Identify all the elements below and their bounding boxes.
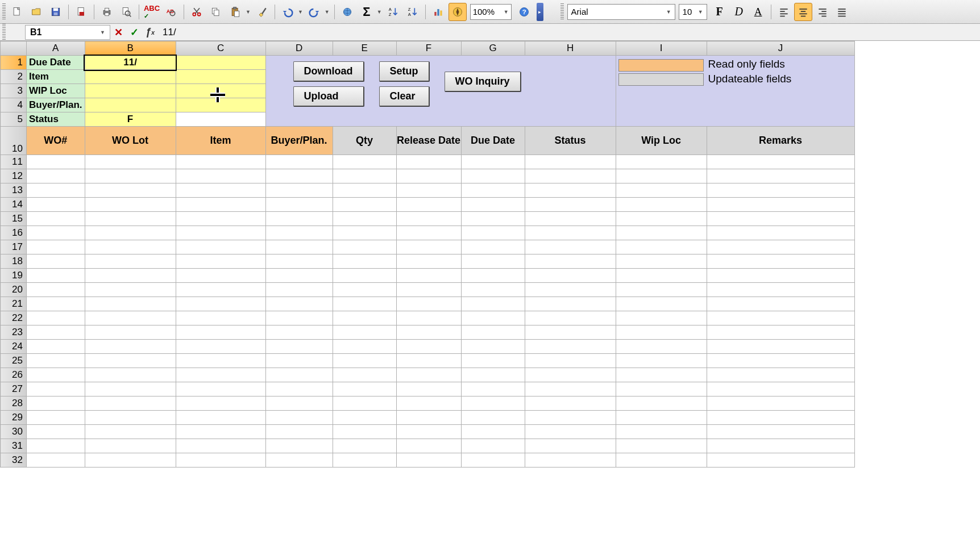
cell-J30[interactable] xyxy=(707,425,854,439)
cell-F16[interactable] xyxy=(396,226,461,240)
cell-J31[interactable] xyxy=(707,439,854,453)
cell-B26[interactable] xyxy=(85,368,176,382)
cell-G19[interactable] xyxy=(461,269,525,283)
cell-H27[interactable] xyxy=(525,382,616,396)
cell-B31[interactable] xyxy=(85,439,176,453)
row-header-21[interactable]: 21 xyxy=(1,297,27,311)
col-header-B[interactable]: B xyxy=(85,41,176,56)
hyperlink-icon[interactable] xyxy=(338,3,356,21)
cell-D17[interactable] xyxy=(265,240,333,254)
cell-B27[interactable] xyxy=(85,382,176,396)
cell-D25[interactable] xyxy=(265,354,333,368)
row-header-27[interactable]: 27 xyxy=(1,382,27,396)
cell-F30[interactable] xyxy=(396,425,461,439)
row-header-5[interactable]: 5 xyxy=(1,112,27,127)
col-header-D[interactable]: D xyxy=(265,41,333,56)
toolbar-handle[interactable] xyxy=(2,3,6,20)
cell-B32[interactable] xyxy=(85,453,176,467)
cell-H26[interactable] xyxy=(525,368,616,382)
cell-E30[interactable] xyxy=(333,425,396,439)
cell-A31[interactable] xyxy=(27,439,85,453)
cell-J12[interactable] xyxy=(707,169,854,183)
font-name-combo[interactable]: Arial ▼ xyxy=(567,4,675,20)
setup-button[interactable]: Setup xyxy=(379,61,430,82)
row-header-11[interactable]: 11 xyxy=(1,155,27,169)
upload-button[interactable]: Upload xyxy=(293,86,364,107)
cell-E23[interactable] xyxy=(333,325,396,340)
cell-A20[interactable] xyxy=(27,283,85,297)
cut-icon[interactable] xyxy=(188,3,206,21)
cell-H24[interactable] xyxy=(525,340,616,354)
cell-J18[interactable] xyxy=(707,254,854,269)
cell-G13[interactable] xyxy=(461,183,525,198)
cell-H30[interactable] xyxy=(525,425,616,439)
row-header-24[interactable]: 24 xyxy=(1,340,27,354)
print-icon[interactable] xyxy=(98,3,116,21)
cell-F23[interactable] xyxy=(396,325,461,340)
italic-icon[interactable]: D xyxy=(730,3,748,21)
cell-B11[interactable] xyxy=(85,155,176,169)
cell-H19[interactable] xyxy=(525,269,616,283)
cell-F29[interactable] xyxy=(396,411,461,425)
cell-E19[interactable] xyxy=(333,269,396,283)
cell-I30[interactable] xyxy=(616,425,707,439)
cell-D29[interactable] xyxy=(265,411,333,425)
cell-J17[interactable] xyxy=(707,240,854,254)
col-header-J[interactable]: J xyxy=(707,41,854,56)
copy-icon[interactable] xyxy=(207,3,225,21)
cell-C13[interactable] xyxy=(176,183,265,198)
row-header-16[interactable]: 16 xyxy=(1,226,27,240)
col-header-E[interactable]: E xyxy=(333,41,396,56)
cell-B14[interactable] xyxy=(85,198,176,212)
cell-F17[interactable] xyxy=(396,240,461,254)
cell-A16[interactable] xyxy=(27,226,85,240)
label-wip-loc[interactable]: WIP Loc xyxy=(27,84,85,98)
cell-H29[interactable] xyxy=(525,411,616,425)
cell-H11[interactable] xyxy=(525,155,616,169)
row-header-22[interactable]: 22 xyxy=(1,311,27,325)
cell-G29[interactable] xyxy=(461,411,525,425)
spellcheck-icon[interactable]: ABC✓ xyxy=(143,3,161,21)
cell-E22[interactable] xyxy=(333,311,396,325)
col-header-A[interactable]: A xyxy=(27,41,85,56)
cell-E12[interactable] xyxy=(333,169,396,183)
cell-B25[interactable] xyxy=(85,354,176,368)
cell-C29[interactable] xyxy=(176,411,265,425)
cell-J22[interactable] xyxy=(707,311,854,325)
label-due-date[interactable]: Due Date xyxy=(27,56,85,70)
cell-H23[interactable] xyxy=(525,325,616,340)
cell-G22[interactable] xyxy=(461,311,525,325)
cell-H25[interactable] xyxy=(525,354,616,368)
cell-J26[interactable] xyxy=(707,368,854,382)
align-left-icon[interactable] xyxy=(775,3,793,21)
cell-F25[interactable] xyxy=(396,354,461,368)
save-icon[interactable] xyxy=(47,3,65,21)
cell-J27[interactable] xyxy=(707,382,854,396)
input-wiploc-from[interactable] xyxy=(85,84,176,98)
cell-B20[interactable] xyxy=(85,283,176,297)
cell-D11[interactable] xyxy=(265,155,333,169)
cell-E16[interactable] xyxy=(333,226,396,240)
sort-asc-icon[interactable]: AZ xyxy=(384,3,402,21)
cell-C24[interactable] xyxy=(176,340,265,354)
cell-E15[interactable] xyxy=(333,212,396,226)
cell-A22[interactable] xyxy=(27,311,85,325)
label-item[interactable]: Item xyxy=(27,70,85,84)
cell-E18[interactable] xyxy=(333,254,396,269)
cell-A32[interactable] xyxy=(27,453,85,467)
label-buyer-plan[interactable]: Buyer/Plan. xyxy=(27,98,85,112)
cell-I18[interactable] xyxy=(616,254,707,269)
th-wo-lot[interactable]: WO Lot xyxy=(85,127,176,155)
row-header-13[interactable]: 13 xyxy=(1,183,27,198)
cell-H12[interactable] xyxy=(525,169,616,183)
cell-D30[interactable] xyxy=(265,425,333,439)
cell-B30[interactable] xyxy=(85,425,176,439)
cell-C12[interactable] xyxy=(176,169,265,183)
input-item-to[interactable] xyxy=(176,70,265,84)
input-due-date-to[interactable] xyxy=(176,56,265,70)
col-header-C[interactable]: C xyxy=(176,41,265,56)
row-header-10[interactable]: 10 xyxy=(1,127,27,155)
cell-I14[interactable] xyxy=(616,198,707,212)
cell-I25[interactable] xyxy=(616,354,707,368)
th-wo[interactable]: WO# xyxy=(27,127,85,155)
